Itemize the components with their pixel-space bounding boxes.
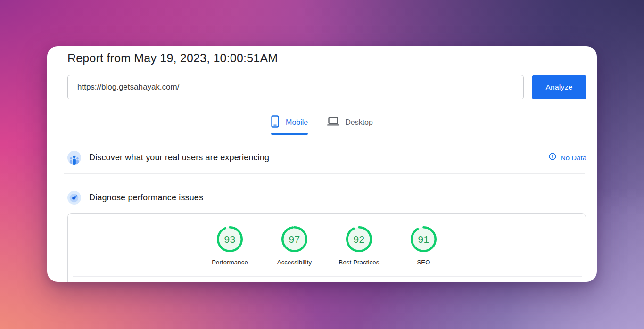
score-value: 91: [410, 226, 437, 253]
score-gauge-seo[interactable]: 91SEO: [391, 226, 456, 266]
tab-active-underline: [271, 133, 308, 135]
scores-panel: 93Performance97Accessibility92Best Pract…: [67, 213, 586, 282]
panel-divider: [73, 276, 582, 277]
smartphone-icon: [271, 115, 279, 130]
lab-data-row: Diagnose performance issues: [67, 189, 586, 206]
score-value: 97: [281, 226, 308, 253]
score-label: Performance: [198, 259, 262, 266]
score-label: Best Practices: [327, 259, 391, 266]
laptop-icon: [327, 117, 339, 128]
page-title: Report from May 19, 2023, 10:00:51AM: [67, 51, 278, 65]
field-data-row: Discover what your real users are experi…: [67, 149, 586, 166]
lab-data-title: Diagnose performance issues: [89, 193, 203, 203]
report-card: Report from May 19, 2023, 10:00:51AM Ana…: [47, 46, 597, 282]
gauge-icon: [67, 191, 81, 205]
score-value: 92: [346, 226, 372, 253]
tab-mobile[interactable]: Mobile: [271, 115, 308, 135]
info-icon: [549, 153, 556, 162]
tab-desktop[interactable]: Desktop: [327, 115, 373, 135]
status-text: No Data: [561, 154, 586, 162]
score-label: SEO: [391, 259, 456, 266]
url-input[interactable]: [67, 75, 524, 99]
analyze-button[interactable]: Analyze: [532, 75, 586, 99]
score-gauge-performance[interactable]: 93Performance: [198, 226, 262, 266]
score-label: Accessibility: [262, 259, 327, 266]
users-icon: [67, 151, 81, 164]
score-gauge-best-practices[interactable]: 92Best Practices: [327, 226, 391, 266]
scores-row: 93Performance97Accessibility92Best Pract…: [68, 214, 586, 266]
section-divider: [64, 173, 585, 174]
score-value: 93: [216, 226, 243, 253]
score-gauge-accessibility[interactable]: 97Accessibility: [262, 226, 327, 266]
tab-label: Mobile: [286, 118, 308, 127]
no-data-status[interactable]: No Data: [549, 153, 586, 162]
device-tabs: Mobile Desktop: [47, 115, 597, 135]
tab-label: Desktop: [345, 118, 373, 127]
field-data-title: Discover what your real users are experi…: [89, 153, 269, 163]
